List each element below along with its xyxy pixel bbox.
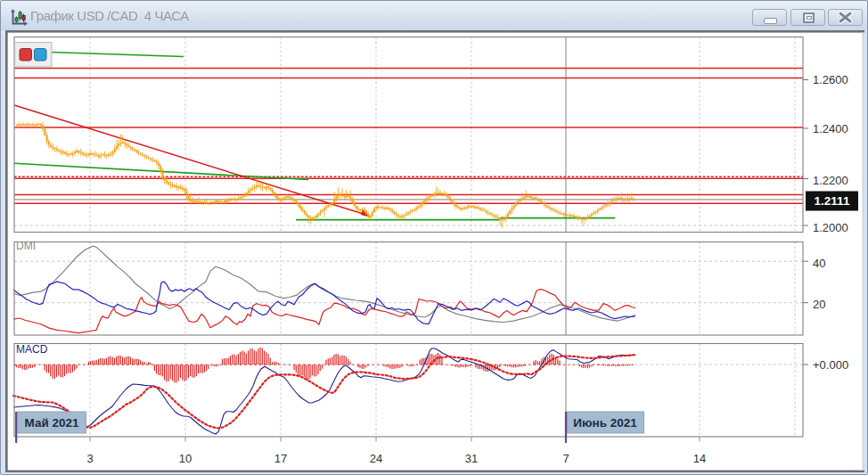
svg-text:7: 7 — [562, 452, 569, 465]
svg-text:1.2111: 1.2111 — [815, 194, 850, 208]
svg-text:MACD: MACD — [16, 343, 48, 356]
svg-text:40: 40 — [813, 257, 825, 270]
svg-text:24: 24 — [370, 452, 382, 465]
svg-text:Июнь 2021: Июнь 2021 — [573, 416, 637, 430]
svg-text:1.2200: 1.2200 — [813, 174, 848, 187]
svg-text:1.2600: 1.2600 — [813, 73, 848, 86]
svg-text:20: 20 — [813, 298, 825, 311]
svg-text:+0.000: +0.000 — [813, 358, 848, 372]
svg-text:3: 3 — [86, 452, 93, 465]
svg-text:DMI: DMI — [16, 240, 36, 252]
svg-text:Май 2021: Май 2021 — [24, 416, 78, 430]
svg-text:14: 14 — [693, 452, 706, 465]
svg-text:10: 10 — [179, 452, 192, 465]
svg-text:1.2000: 1.2000 — [813, 221, 848, 234]
svg-text:1.2400: 1.2400 — [813, 122, 848, 135]
svg-text:17: 17 — [274, 452, 287, 465]
svg-text:31: 31 — [465, 452, 478, 465]
